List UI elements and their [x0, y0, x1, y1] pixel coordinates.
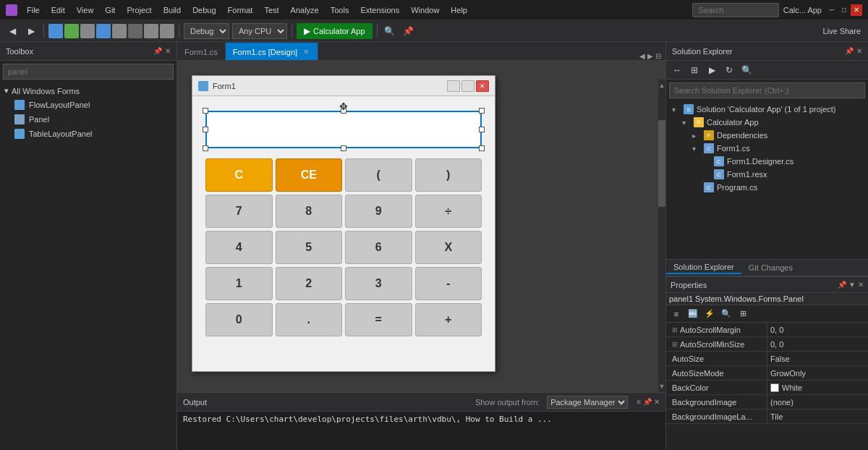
calc-btn-6[interactable]: 6 [345, 231, 412, 264]
toolbox-item-panel[interactable]: Panel [0, 112, 176, 127]
tab-scroll-right[interactable]: ▶ [647, 52, 653, 60]
menu-project[interactable]: Project [122, 4, 156, 16]
props-category-btn[interactable]: ≡ [669, 307, 684, 320]
handle-bot-center[interactable] [341, 145, 346, 151]
title-search-input[interactable] [692, 3, 779, 17]
handle-top-right[interactable] [479, 108, 485, 114]
toolbar-icon-8[interactable] [160, 24, 174, 38]
solution-explorer-pin[interactable]: 📌 [845, 47, 854, 55]
toolbar-icon-7[interactable] [144, 24, 158, 38]
handle-top-left[interactable] [203, 108, 208, 114]
menu-git[interactable]: Git [100, 4, 120, 16]
props-row[interactable]: AutoSizeModeGrowOnly [666, 366, 868, 381]
output-pin-icon[interactable]: 📌 [643, 398, 652, 406]
toolbar-forward-btn[interactable]: ▶ [23, 23, 39, 39]
tree-item-Calculator_App[interactable]: ▾PCalculator App [666, 116, 868, 129]
props-row[interactable]: BackColorWhite [666, 381, 868, 395]
calc-btn-0[interactable]: 0 [205, 303, 273, 336]
menu-view[interactable]: View [72, 4, 99, 16]
calc-btn-4[interactable]: 4 [205, 231, 273, 264]
sol-toolbar-1[interactable]: ↔ [669, 62, 685, 78]
scroll-down-btn[interactable]: ▼ [658, 381, 665, 392]
calc-btn-_[interactable]: ÷ [415, 195, 482, 228]
form-minimize-btn[interactable]: ─ [447, 80, 460, 92]
calc-btn-2[interactable]: 2 [276, 267, 343, 300]
props-alpha-btn[interactable]: 🔤 [686, 307, 700, 320]
display-textbox[interactable] [205, 111, 482, 148]
toolbar-icon-2[interactable] [64, 24, 79, 38]
close-button[interactable]: ✕ [851, 4, 862, 16]
output-source-select[interactable]: Package Manager [547, 396, 628, 409]
toolbar-icon-1[interactable] [48, 24, 63, 38]
form-maximize-btn[interactable]: □ [461, 80, 475, 92]
menu-debug[interactable]: Debug [187, 4, 221, 16]
menu-build[interactable]: Build [158, 4, 186, 16]
props-row[interactable]: AutoSizeFalse [666, 352, 868, 366]
solution-explorer-close[interactable]: ✕ [856, 47, 862, 55]
tree-item-Form1_resx[interactable]: CForm1.resx [666, 168, 868, 181]
properties-close[interactable]: ✕ [858, 281, 864, 289]
calc-btn-_[interactable]: = [345, 303, 412, 336]
toolbox-item-flowlayout[interactable]: FlowLayoutPanel [0, 98, 176, 112]
calc-btn-3[interactable]: 3 [345, 267, 412, 300]
sol-toolbar-5[interactable]: 🔍 [739, 62, 754, 78]
props-filter-btn[interactable]: 🔍 [719, 307, 733, 320]
calc-btn-_[interactable]: - [415, 267, 482, 300]
tree-item-Dependencies[interactable]: ▸FDependencies [666, 129, 868, 142]
menu-tools[interactable]: Tools [326, 4, 354, 16]
tree-item-Form1_cs[interactable]: ▾CForm1.cs [666, 142, 868, 155]
debug-config-dropdown[interactable]: Debug [184, 23, 229, 39]
calc-btn-8[interactable]: 8 [276, 195, 343, 228]
sol-toolbar-2[interactable]: ⊞ [686, 62, 702, 78]
properties-pin[interactable]: 📌 [838, 281, 846, 289]
toolbar-icon-search[interactable]: 🔍 [382, 23, 398, 39]
handle-mid-left[interactable] [203, 127, 208, 132]
output-icon-1[interactable]: ≡ [637, 398, 641, 406]
solution-search-input[interactable] [669, 82, 865, 98]
properties-collapse[interactable]: ▼ [848, 281, 856, 289]
tree-item-Solution__Calculator_App___1_of_1_project_[interactable]: ▾SSolution 'Calculator App' (1 of 1 proj… [666, 103, 868, 116]
toolbox-close-icon[interactable]: ✕ [165, 47, 171, 55]
tab-scroll-left[interactable]: ◀ [639, 52, 645, 60]
toolbar-icon-3[interactable] [80, 24, 95, 38]
menu-edit[interactable]: Edit [46, 4, 70, 16]
tree-item-Program_cs[interactable]: CProgram.cs [666, 181, 868, 194]
calc-btn-1[interactable]: 1 [205, 267, 273, 300]
scroll-up-btn[interactable]: ▲ [658, 80, 665, 91]
tab-list-btn[interactable]: ⊟ [655, 52, 661, 60]
sol-toolbar-3[interactable]: ▶ [704, 62, 720, 78]
calc-btn-X[interactable]: X [415, 231, 482, 264]
props-expand-icon[interactable]: ⊞ [672, 341, 678, 348]
run-button[interactable]: ▶ Calculator App [297, 23, 373, 39]
toolbar-icon-6[interactable] [128, 24, 142, 38]
scroll-thumb[interactable] [658, 120, 665, 207]
menu-help[interactable]: Help [446, 4, 472, 16]
calc-btn-CE[interactable]: CE [276, 158, 343, 192]
designer-scrollbar[interactable]: ▲ ▼ [658, 80, 665, 392]
tab-form1-cs[interactable]: Form1.cs [177, 43, 226, 60]
menu-analyze[interactable]: Analyze [286, 4, 324, 16]
tab-close-design[interactable]: ✕ [302, 48, 310, 56]
toolbox-pin-icon[interactable]: 📌 [153, 47, 162, 55]
form-close-btn[interactable]: ✕ [476, 80, 489, 92]
props-row[interactable]: ⊞AutoScrollMinSize0, 0 [666, 337, 868, 352]
calc-btn-_[interactable]: + [415, 303, 482, 336]
calc-btn-C[interactable]: C [205, 158, 273, 192]
toolbox-search-input[interactable] [3, 64, 174, 80]
props-row[interactable]: ⊞AutoScrollMargin0, 0 [666, 323, 868, 337]
menu-extensions[interactable]: Extensions [355, 4, 404, 16]
menu-format[interactable]: Format [223, 4, 258, 16]
calc-btn-_[interactable]: ) [415, 158, 482, 192]
maximize-button[interactable]: □ [838, 4, 850, 16]
calc-btn-_[interactable]: ( [345, 158, 412, 192]
tree-item-Form1_Designer_cs[interactable]: CForm1.Designer.cs [666, 155, 868, 168]
props-row[interactable]: BackgroundImageLa...Tile [666, 409, 868, 424]
menu-test[interactable]: Test [259, 4, 284, 16]
handle-mid-right[interactable] [479, 127, 485, 132]
tab-solution-explorer[interactable]: Solution Explorer [666, 261, 741, 274]
props-expand-icon[interactable]: ⊞ [672, 326, 678, 334]
handle-bot-left[interactable] [203, 145, 208, 151]
sol-toolbar-4[interactable]: ↻ [721, 62, 737, 78]
tab-git-changes[interactable]: Git Changes [741, 262, 800, 273]
toolbar-icon-5[interactable] [112, 24, 127, 38]
